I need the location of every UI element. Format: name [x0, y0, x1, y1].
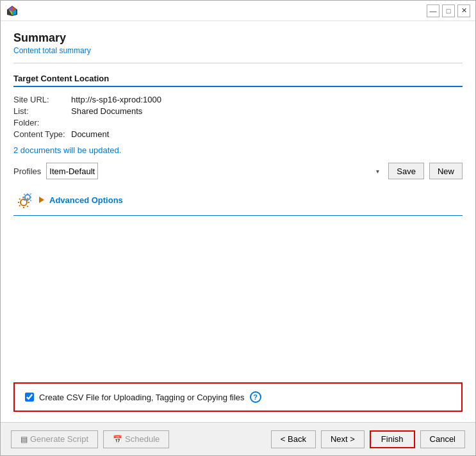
schedule-button[interactable]: 📅 Schedule [103, 430, 169, 448]
folder-value [71, 118, 463, 127]
footer-right: < Back Next > Finish Cancel [271, 430, 465, 448]
svg-point-5 [21, 199, 27, 206]
advanced-options-row: Advanced Options [13, 190, 463, 216]
cancel-button[interactable]: Cancel [420, 430, 465, 448]
profiles-select[interactable]: Item-Default [46, 163, 98, 179]
minimize-button[interactable]: — [427, 4, 439, 17]
csv-label: Create CSV File for Uploading, Tagging o… [39, 393, 245, 402]
save-button[interactable]: Save [388, 163, 424, 179]
footer: ▤ Generate Script 📅 Schedule < Back Next… [1, 422, 475, 455]
back-button[interactable]: < Back [271, 430, 316, 448]
title-bar-controls: — □ ✕ [427, 4, 470, 17]
update-notice: 2 documents will be updated. [13, 145, 463, 155]
spacer [13, 226, 463, 382]
content-type-value: Document [71, 129, 463, 139]
app-logo-icon [6, 4, 19, 17]
advanced-toggle[interactable]: Advanced Options [39, 195, 123, 205]
new-button[interactable]: New [429, 163, 463, 179]
csv-checkbox[interactable] [25, 393, 34, 402]
title-bar-left [6, 4, 19, 17]
header-divider [13, 63, 463, 63]
triangle-icon [39, 197, 44, 203]
content-type-label: Content Type: [13, 129, 71, 139]
advanced-label: Advanced Options [49, 195, 123, 205]
close-button[interactable]: ✕ [457, 4, 470, 17]
gear-icon [13, 190, 34, 210]
generate-script-button[interactable]: ▤ Generate Script [11, 430, 98, 448]
content-area: Summary Content total summary Target Con… [1, 21, 475, 422]
folder-label: Folder: [13, 118, 71, 127]
generate-script-label: Generate Script [30, 434, 88, 444]
csv-section: Create CSV File for Uploading, Tagging o… [13, 382, 463, 412]
restore-button[interactable]: □ [442, 4, 455, 17]
target-section-title: Target Content Location [13, 74, 463, 87]
generate-script-icon: ▤ [21, 435, 28, 444]
footer-left: ▤ Generate Script 📅 Schedule [11, 430, 266, 448]
next-button[interactable]: Next > [321, 430, 365, 448]
profiles-label: Profiles [13, 167, 41, 176]
profiles-row: Profiles Item-Default ▾ Save New [13, 163, 463, 179]
site-url-label: Site URL: [13, 95, 71, 104]
list-value: Shared Documents [71, 106, 463, 116]
profiles-select-wrapper: Item-Default ▾ [46, 163, 383, 179]
page-subtitle: Content total summary [13, 46, 463, 55]
site-url-value: http://s-sp16-xprod:1000 [71, 95, 463, 104]
schedule-icon: 📅 [113, 435, 122, 444]
select-arrow-icon: ▾ [376, 168, 379, 175]
info-grid: Site URL: http://s-sp16-xprod:1000 List:… [13, 95, 463, 139]
schedule-label: Schedule [125, 434, 160, 444]
page-title: Summary [13, 31, 463, 45]
main-window: — □ ✕ Summary Content total summary Targ… [0, 0, 476, 456]
list-label: List: [13, 106, 71, 116]
title-bar: — □ ✕ [1, 1, 475, 21]
finish-button[interactable]: Finish [370, 430, 415, 448]
help-icon[interactable]: ? [250, 391, 261, 403]
